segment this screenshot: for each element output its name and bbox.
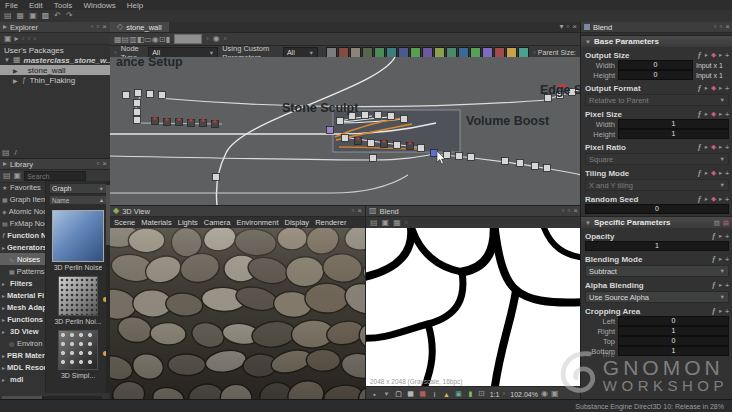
graph-canvas[interactable]: ance Setup Stone Sculpt Volume Boost Edg…	[110, 57, 580, 205]
graph-node[interactable]	[388, 113, 395, 120]
menu-tools[interactable]: Tools	[54, 1, 73, 10]
library-item-mdl-resou[interactable]: ▸MDL Resou	[0, 361, 45, 373]
reset-icon[interactable]: ◆	[711, 51, 716, 59]
delete-icon[interactable]: ▫	[33, 35, 36, 43]
engine-status-button[interactable]	[174, 34, 202, 44]
library-scope-dropdown[interactable]: Graph ▼	[49, 183, 107, 194]
graph-node[interactable]	[134, 109, 141, 116]
graph-node[interactable]	[368, 140, 375, 147]
expand-icon[interactable]: ▸	[705, 110, 708, 118]
reset-icon[interactable]: ◆	[711, 169, 716, 177]
add-icon[interactable]: +	[725, 256, 729, 263]
graph-node[interactable]	[468, 154, 475, 161]
new-folder-icon[interactable]: ▣	[4, 35, 12, 43]
float-icon[interactable]: ▫	[96, 160, 99, 168]
fit-all-icon[interactable]: ⊡	[159, 36, 166, 44]
float-icon[interactable]: ▫	[351, 207, 354, 215]
float-icon[interactable]: ▫	[96, 23, 99, 31]
function-icon[interactable]: ƒ	[711, 232, 715, 240]
alpha-blending-dropdown[interactable]: Use Source Alpha ▼	[585, 291, 729, 303]
tree-item-stone-wall[interactable]: ▶▫stone_wall	[0, 65, 110, 75]
library-item-environ[interactable]: ◎Environ	[0, 337, 45, 349]
library-item-favorites[interactable]: ★Favorites	[0, 181, 45, 193]
reset-icon[interactable]: ◆	[711, 195, 716, 203]
pause-engine-icon[interactable]: ▮	[166, 36, 170, 44]
more-icon[interactable]: ▸	[719, 51, 722, 59]
close-icon[interactable]: ×	[102, 160, 107, 168]
function-icon[interactable]: ƒ	[697, 195, 701, 203]
save-all-icon[interactable]: ▩	[42, 12, 50, 20]
output-format-dropdown[interactable]: Relative to Parent ▼	[585, 94, 729, 106]
tree-arrow-icon[interactable]: ▼	[4, 57, 10, 63]
function-icon[interactable]: ƒ	[697, 169, 701, 177]
thumbnail-blue[interactable]: 3D Perlin Noise	[48, 210, 108, 271]
save-image-icon[interactable]: ▤	[370, 219, 378, 227]
graph-node[interactable]	[362, 112, 369, 119]
pin-icon[interactable]: ◦	[91, 23, 94, 31]
more-icon[interactable]: ▸	[719, 143, 722, 151]
more-icon[interactable]: ▸	[719, 255, 722, 263]
zoom-value[interactable]: 102.04%	[510, 391, 538, 398]
new-package-icon[interactable]: ▤	[4, 12, 12, 20]
add-icon[interactable]: +	[725, 85, 729, 92]
view3d-menu-environment[interactable]: Environment	[236, 218, 278, 227]
expand-icon[interactable]: ▸	[705, 84, 708, 92]
expand-icon[interactable]: ▸	[705, 51, 708, 59]
more-icon[interactable]: ▸	[719, 195, 722, 203]
cropping-left-slider[interactable]: 0	[618, 316, 729, 326]
reset-zoom-icon[interactable]: ◦	[502, 390, 505, 398]
view3d-viewport[interactable]	[110, 228, 365, 401]
link-icon[interactable]: ▫	[22, 35, 25, 43]
add-icon[interactable]: +	[725, 196, 729, 203]
background-icon[interactable]: ▣	[454, 390, 463, 399]
library-item-filters[interactable]: ▸Filters	[0, 277, 45, 289]
add-icon[interactable]: +	[725, 170, 729, 177]
close-icon[interactable]: ×	[572, 23, 577, 31]
channels-icon[interactable]: ▪	[370, 390, 379, 399]
graph-node[interactable]	[517, 160, 524, 167]
random-seed-slider[interactable]: 0	[585, 204, 729, 214]
menu-windows[interactable]: Windows	[83, 1, 115, 10]
graph-node[interactable]	[394, 142, 401, 149]
info-icon[interactable]: i	[430, 390, 439, 399]
library-item-mdl[interactable]: ▸mdl	[0, 373, 45, 385]
graph-node[interactable]	[456, 153, 463, 160]
tree-arrow-icon[interactable]: ▶	[13, 67, 19, 74]
function-icon[interactable]: ƒ	[711, 307, 715, 315]
redo-icon[interactable]: ↷	[66, 12, 73, 20]
library-item-patterns[interactable]: ▦Patterns	[0, 265, 45, 277]
expand-icon[interactable]: ▸	[705, 143, 708, 151]
menu-help[interactable]: Help	[127, 1, 143, 10]
folder-icon[interactable]: ▤	[3, 172, 11, 180]
view3d-menu-camera[interactable]: Camera	[204, 218, 231, 227]
thumbnail-gray[interactable]: 3D Perlin Noi...	[48, 276, 108, 325]
graph-node[interactable]	[327, 127, 334, 134]
compact-material-icon[interactable]: ▭	[144, 36, 152, 44]
expand-icon[interactable]: ▸	[705, 169, 708, 177]
menu-edit[interactable]: Edit	[29, 1, 43, 10]
cropping-bottom-slider[interactable]: 1	[618, 346, 729, 356]
histogram-icon[interactable]: ▮	[466, 390, 475, 399]
float-icon[interactable]: ▫	[719, 23, 722, 31]
library-item-generators[interactable]: ▸Generators	[0, 241, 45, 253]
cropping-top-slider[interactable]: 0	[618, 336, 729, 346]
more-icon[interactable]: ▸	[719, 110, 722, 118]
function-icon[interactable]: ƒ	[697, 84, 701, 92]
channel-select-icon[interactable]: ▾	[382, 390, 391, 399]
panel-options-icon[interactable]: ▣	[551, 390, 559, 398]
cropping-right-slider[interactable]: 1	[618, 326, 729, 336]
library-item-mesh-adap[interactable]: ▸Mesh Adap	[0, 301, 45, 313]
tree-arrow-icon[interactable]: ▶	[13, 77, 19, 84]
library-item-function-n[interactable]: ƒFunction N	[0, 229, 45, 241]
library-search-input[interactable]	[24, 171, 86, 181]
pixel-height-slider[interactable]: 1	[618, 129, 729, 139]
graph-node[interactable]	[337, 118, 344, 125]
more-icon[interactable]: ▸	[719, 232, 722, 240]
opacity-slider[interactable]: 1	[585, 241, 729, 251]
more-icon[interactable]: ▸	[719, 84, 722, 92]
add-icon[interactable]: +	[725, 111, 729, 118]
pin-icon[interactable]: ◦	[562, 207, 565, 215]
pixel-width-slider[interactable]: 1	[618, 119, 729, 129]
graph-node[interactable]	[134, 117, 141, 124]
close-icon[interactable]: ×	[725, 23, 730, 31]
